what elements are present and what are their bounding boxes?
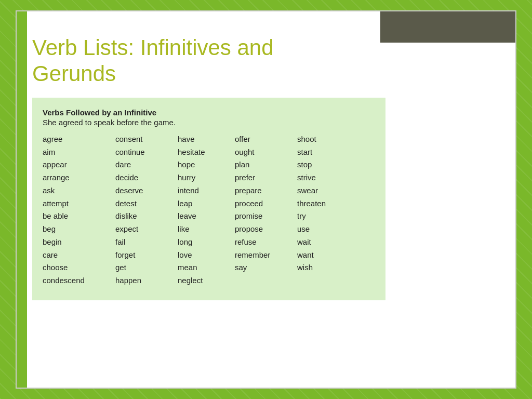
verb-item: stop [297,158,349,171]
verb-item: aim [43,146,115,159]
verb-item: condescend [43,274,115,287]
verb-column-4: offer ought plan prefer prepare proceed … [235,133,297,287]
verb-item: plan [235,158,297,171]
verb-item: ought [235,146,297,159]
verb-item: long [178,236,235,249]
verb-item: fail [115,236,178,249]
verb-item: wait [297,236,349,249]
verb-item: have [178,133,235,146]
verb-item: hope [178,158,235,171]
verb-item: shoot [297,133,349,146]
verb-item: get [115,261,178,274]
verb-item: ask [43,184,115,197]
verb-column-1: agree aim appear arrange ask attempt be … [43,133,115,287]
verb-item: like [178,223,235,236]
verb-item: care [43,249,115,262]
verb-item: expect [115,223,178,236]
verb-item: deserve [115,184,178,197]
verb-item: try [297,210,349,223]
verb-item: offer [235,133,297,146]
section-header: Verbs Followed by an Infinitive [43,108,375,117]
verb-item: swear [297,184,349,197]
verb-item: be able [43,210,115,223]
verb-item: beg [43,223,115,236]
page-title: Verb Lists: Infinitives and Gerunds [32,35,500,87]
verb-column-3: have hesitate hope hurry intend leap lea… [178,133,235,287]
verb-column-2: consent continue dare decide deserve det… [115,133,178,287]
verb-item: continue [115,146,178,159]
verb-item: decide [115,171,178,184]
verb-item: hurry [178,171,235,184]
verb-item: proceed [235,197,297,210]
verb-item: threaten [297,197,349,210]
verb-item: detest [115,197,178,210]
verb-item: wish [297,261,349,274]
verb-item: neglect [178,274,235,287]
verb-item: propose [235,223,297,236]
content-area: Verb Lists: Infinitives and Gerunds Verb… [32,19,500,388]
verb-item: dislike [115,210,178,223]
verb-item: forget [115,249,178,262]
dark-header-bar [380,11,515,43]
verb-item: leap [178,197,235,210]
verb-item: arrange [43,171,115,184]
slide-container: Verb Lists: Infinitives and Gerunds Verb… [16,10,516,389]
verb-item: prepare [235,184,297,197]
verb-item: love [178,249,235,262]
verb-item: start [297,146,349,159]
verb-item: refuse [235,236,297,249]
verb-item: prefer [235,171,297,184]
green-accent-bar [17,11,27,388]
verb-item: say [235,261,297,274]
verb-item: strive [297,171,349,184]
verb-item: use [297,223,349,236]
verb-item: begin [43,236,115,249]
section-subtitle: She agreed to speak before the game. [43,118,375,127]
verb-columns: agree aim appear arrange ask attempt be … [43,133,375,287]
verb-table-section: Verbs Followed by an Infinitive She agre… [32,98,385,300]
verb-item: promise [235,210,297,223]
verb-item: mean [178,261,235,274]
verb-item: want [297,249,349,262]
verb-item: agree [43,133,115,146]
verb-item: leave [178,210,235,223]
verb-item: choose [43,261,115,274]
verb-item: intend [178,184,235,197]
verb-item: remember [235,249,297,262]
verb-item: appear [43,158,115,171]
verb-item: hesitate [178,146,235,159]
verb-item: attempt [43,197,115,210]
verb-item: dare [115,158,178,171]
verb-item: consent [115,133,178,146]
verb-column-5: shoot start stop strive swear threaten t… [297,133,349,287]
verb-item: happen [115,274,178,287]
